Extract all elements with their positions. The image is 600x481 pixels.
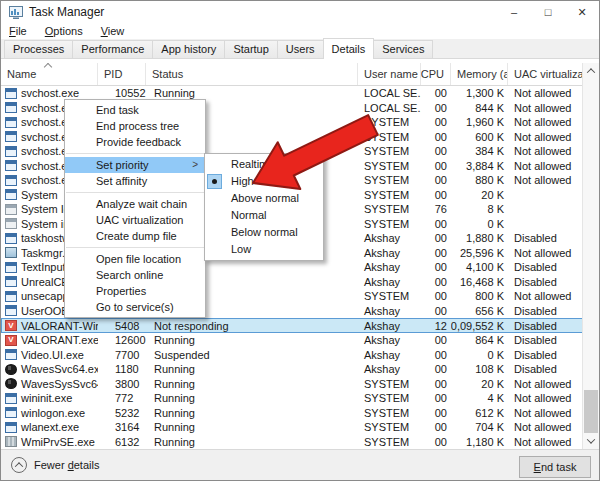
chevron-up-icon [587, 68, 595, 76]
process-pid: 3164 [98, 420, 146, 435]
process-cpu: 00 [421, 420, 451, 435]
submenu-item-low[interactable]: Low [205, 241, 323, 258]
maximize-button[interactable]: □ [531, 1, 565, 23]
process-memory: 1,300 K [451, 86, 508, 101]
process-cpu: 00 [421, 217, 451, 232]
menu-separator [66, 153, 204, 154]
menu-item-provide-feedback[interactable]: Provide feedback [65, 134, 205, 150]
process-memory: 4,100 K [451, 260, 508, 275]
tab-performance[interactable]: Performance [72, 40, 153, 58]
tab-users[interactable]: Users [277, 40, 324, 58]
process-name-cell: VVALORANT-Win64-S... [1, 318, 98, 333]
scrollbar[interactable] [582, 63, 599, 449]
process-cpu: 00 [421, 405, 451, 420]
process-name: winlogon.exe [21, 407, 85, 419]
column-header-uac-virtualizat[interactable]: UAC virtualizat... [508, 63, 584, 85]
process-cpu: 76 [421, 202, 451, 217]
menu-item-create-dump-file[interactable]: Create dump file [65, 228, 205, 244]
column-header-user-name[interactable]: User name [358, 63, 421, 85]
menubar-item-options[interactable]: Options [45, 25, 93, 37]
process-pid: 12600 [98, 333, 146, 348]
menu-item-end-process-tree[interactable]: End process tree [65, 118, 205, 134]
close-button[interactable]: ✕ [565, 1, 599, 23]
process-user: LOCAL SE... [358, 101, 421, 116]
submenu-item-realtime[interactable]: Realtime [205, 156, 323, 173]
submenu-item-normal[interactable]: Normal [205, 207, 323, 224]
tab-services[interactable]: Services [373, 40, 433, 58]
tab-startup[interactable]: Startup [224, 40, 277, 58]
process-row[interactable]: wlanext.exe3164RunningSYSTEM00704 KNot a… [1, 420, 584, 435]
process-row[interactable]: WmiPrvSE.exe6132RunningSYSTEM001,180 KNo… [1, 434, 584, 449]
win-process-icon [5, 160, 17, 171]
status-bar: Fewer details End task [1, 449, 599, 481]
process-memory: 600 K [451, 130, 508, 145]
tab-processes[interactable]: Processes [4, 40, 73, 58]
win-process-icon [5, 146, 17, 157]
waves-process-icon [5, 364, 17, 375]
process-uac: Not allowed [508, 86, 584, 101]
submenu-item-above-normal[interactable]: Above normal [205, 190, 323, 207]
process-row[interactable]: Video.UI.exe7700SuspendedAkshay000 KDisa… [1, 347, 584, 362]
process-cpu: 00 [421, 159, 451, 174]
column-header-name[interactable]: Name [1, 63, 98, 85]
process-row[interactable]: WavesSvc64.exe1180RunningAkshay00108 KDi… [1, 362, 584, 377]
menu-item-properties[interactable]: Properties [65, 283, 205, 299]
menu-item-end-task[interactable]: End task [65, 102, 205, 118]
submenu-item-high[interactable]: High [205, 173, 323, 190]
process-cpu: 00 [421, 86, 451, 101]
process-row[interactable]: WavesSysSvc64.exe3800RunningSYSTEM0020 K… [1, 376, 584, 391]
process-uac: Disabled [508, 275, 584, 290]
menu-item-search-online[interactable]: Search online [65, 267, 205, 283]
column-header-memory-a[interactable]: Memory (a... [451, 63, 508, 85]
menu-separator [66, 192, 204, 193]
radio-selected-icon [207, 174, 222, 189]
process-status: Running [146, 333, 358, 348]
menubar-item-view[interactable]: View [101, 25, 135, 37]
process-pid: 772 [98, 391, 146, 406]
process-cpu: 00 [421, 275, 451, 290]
process-uac: Not allowed [508, 405, 584, 420]
process-name: WavesSvc64.exe [21, 363, 98, 375]
tm-process-icon [5, 247, 17, 258]
process-pid: 5232 [98, 405, 146, 420]
fewer-details-button[interactable]: Fewer details [11, 457, 99, 473]
val-process-icon: V [5, 335, 17, 346]
process-cpu: 00 [421, 362, 451, 377]
process-row[interactable]: VVALORANT.exe12600RunningAkshay00864 KDi… [1, 333, 584, 348]
scroll-up-button[interactable] [583, 63, 599, 79]
scroll-down-button[interactable] [583, 433, 599, 449]
menubar-item-file[interactable]: File [9, 25, 37, 37]
process-memory: 0 K [451, 347, 508, 362]
menu-item-set-affinity[interactable]: Set affinity [65, 173, 205, 189]
menu-item-set-priority[interactable]: Set priority> [65, 157, 205, 173]
tab-app-history[interactable]: App history [152, 40, 225, 58]
sort-ascending-icon [44, 63, 52, 71]
menu-item-go-to-service-s[interactable]: Go to service(s) [65, 299, 205, 315]
waves-process-icon [5, 378, 17, 389]
process-pid: 3800 [98, 376, 146, 391]
process-row[interactable]: winlogon.exe5232RunningSYSTEM00612 KNot … [1, 405, 584, 420]
minimize-button[interactable]: – [497, 1, 531, 23]
process-status: Running [146, 391, 358, 406]
process-cpu: 00 [421, 347, 451, 362]
scroll-thumb[interactable] [584, 390, 598, 433]
process-name: svchost.exe [21, 87, 79, 99]
column-header-cpu[interactable]: CPU [421, 63, 451, 85]
column-header-status[interactable]: Status [146, 63, 358, 85]
process-cpu: 00 [421, 391, 451, 406]
task-manager-icon [9, 6, 23, 19]
tab-details[interactable]: Details [323, 38, 375, 59]
process-cpu: 00 [421, 101, 451, 116]
column-header-pid[interactable]: PID [98, 63, 146, 85]
process-user: SYSTEM [358, 188, 421, 203]
end-task-button[interactable]: End task [519, 456, 591, 478]
menu-item-open-file-location[interactable]: Open file location [65, 251, 205, 267]
menu-item-uac-virtualization[interactable]: UAC virtualization [65, 212, 205, 228]
process-uac: Not allowed [508, 144, 584, 159]
process-row[interactable]: VVALORANT-Win64-S...5408Not respondingAk… [1, 318, 584, 333]
menu-item-analyze-wait-chain[interactable]: Analyze wait chain [65, 196, 205, 212]
process-cpu: 00 [421, 144, 451, 159]
win-process-icon [5, 393, 17, 404]
submenu-item-below-normal[interactable]: Below normal [205, 224, 323, 241]
process-row[interactable]: wininit.exe772RunningSYSTEM004 KNot allo… [1, 391, 584, 406]
